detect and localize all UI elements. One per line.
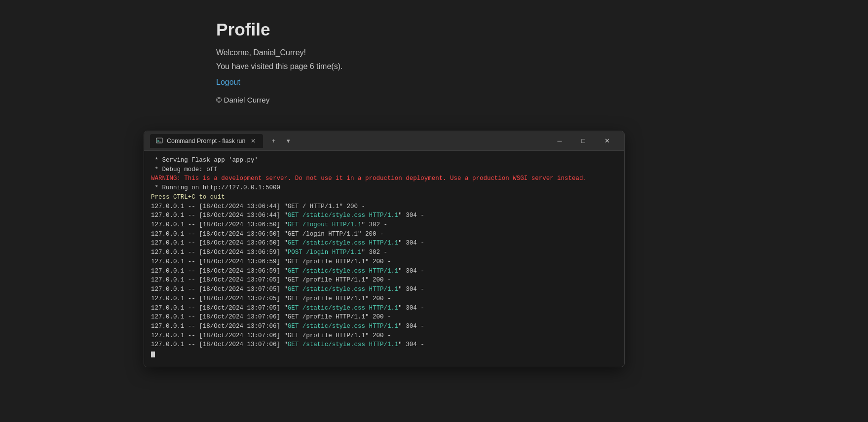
terminal-line: 127.0.0.1 -- [18/Oct/2024 13:07:06] "GET…	[151, 322, 617, 331]
terminal-line: 127.0.0.1 -- [18/Oct/2024 13:06:44] "GET…	[151, 211, 617, 220]
terminal-window: Command Prompt - flask run ✕ + ▾ ─ □ ✕ *…	[144, 131, 625, 367]
terminal-tab-close[interactable]: ✕	[249, 137, 257, 145]
terminal-tab[interactable]: Command Prompt - flask run ✕	[150, 134, 263, 148]
terminal-content[interactable]: * Serving Flask app 'app.py' * Debug mod…	[144, 151, 624, 367]
terminal-line: 127.0.0.1 -- [18/Oct/2024 13:06:59] "GET…	[151, 257, 617, 267]
dropdown-button[interactable]: ▾	[283, 136, 294, 146]
window-controls: ─ □ ✕	[548, 133, 618, 149]
terminal-tab-label: Command Prompt - flask run	[167, 138, 245, 144]
new-tab-button[interactable]: +	[268, 136, 279, 146]
minimize-button[interactable]: ─	[548, 133, 571, 149]
logout-link[interactable]: Logout	[216, 78, 868, 87]
terminal-line: 127.0.0.1 -- [18/Oct/2024 13:06:44] "GET…	[151, 202, 617, 211]
terminal-line: 127.0.0.1 -- [18/Oct/2024 13:06:59] "POS…	[151, 248, 617, 257]
terminal-line: 127.0.0.1 -- [18/Oct/2024 13:07:06] "GET…	[151, 340, 617, 350]
maximize-button[interactable]: □	[572, 133, 595, 149]
close-button[interactable]: ✕	[596, 133, 618, 149]
terminal-line: 127.0.0.1 -- [18/Oct/2024 13:07:05] "GET…	[151, 294, 617, 304]
terminal-line: 127.0.0.1 -- [18/Oct/2024 13:07:06] "GET…	[151, 313, 617, 322]
page-title: Profile	[216, 20, 868, 39]
terminal-line: 127.0.0.1 -- [18/Oct/2024 13:07:05] "GET…	[151, 304, 617, 313]
terminal-cursor	[151, 352, 155, 357]
terminal-line: 127.0.0.1 -- [18/Oct/2024 13:07:05] "GET…	[151, 276, 617, 285]
terminal-icon	[156, 138, 163, 144]
terminal-line: Press CTRL+C to quit	[151, 193, 617, 202]
terminal-line: * Running on http://127.0.0.1:5000	[151, 183, 617, 193]
terminal-line: * Debug mode: off	[151, 165, 617, 175]
terminal-line: 127.0.0.1 -- [18/Oct/2024 13:07:06] "GET…	[151, 331, 617, 341]
visit-count-text: You have visited this page 6 time(s).	[216, 62, 868, 71]
terminal-cursor-line	[151, 350, 617, 359]
terminal-line: 127.0.0.1 -- [18/Oct/2024 13:06:50] "GET…	[151, 220, 617, 230]
copyright-text: © Daniel Currey	[216, 96, 868, 104]
terminal-titlebar: Command Prompt - flask run ✕ + ▾ ─ □ ✕	[144, 131, 624, 151]
terminal-line: 127.0.0.1 -- [18/Oct/2024 13:06:50] "GET…	[151, 230, 617, 239]
terminal-line: * Serving Flask app 'app.py'	[151, 156, 617, 165]
terminal-line: 127.0.0.1 -- [18/Oct/2024 13:06:59] "GET…	[151, 267, 617, 276]
webpage-area: Profile Welcome, Daniel_Currey! You have…	[0, 0, 868, 128]
terminal-line: WARNING: This is a development server. D…	[151, 174, 617, 183]
terminal-line: 127.0.0.1 -- [18/Oct/2024 13:06:50] "GET…	[151, 239, 617, 248]
welcome-text: Welcome, Daniel_Currey!	[216, 48, 868, 57]
titlebar-actions: + ▾	[268, 136, 294, 146]
terminal-line: 127.0.0.1 -- [18/Oct/2024 13:07:05] "GET…	[151, 285, 617, 294]
